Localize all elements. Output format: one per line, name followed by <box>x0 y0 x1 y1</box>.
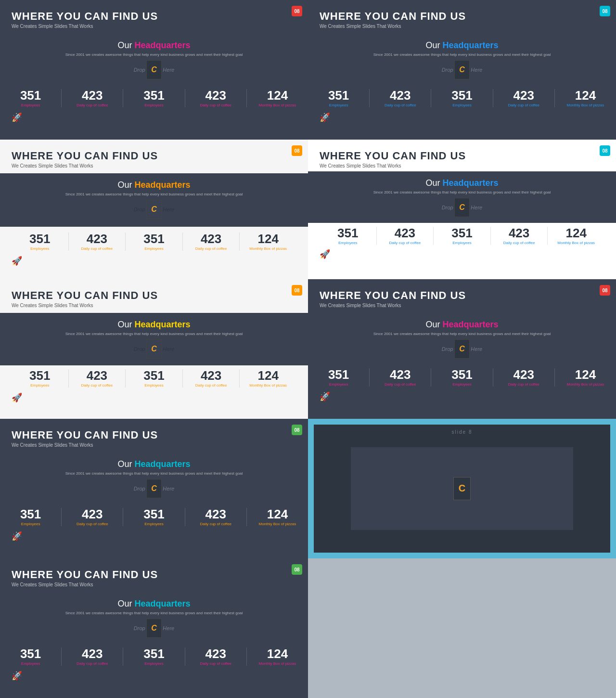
slide-5-subtitle: We Creates Simple Slides That Works <box>12 303 296 308</box>
slide-3-description: Since 2001 we creates awesome things tha… <box>12 192 296 196</box>
slide-6-badge: 08 <box>600 285 610 296</box>
stat-number: 124 <box>548 227 604 239</box>
slide-5-description: Since 2001 we creates awesome things tha… <box>12 332 296 336</box>
slide-7-image-placeholder: C <box>146 479 162 498</box>
stat-number: 351 <box>126 369 182 382</box>
stat-item: 124 Monthly Box of pizzas <box>547 227 604 245</box>
stat-item: 423 Daily cup of coffee <box>493 89 554 107</box>
stat-item: 351 Employees <box>0 508 61 526</box>
stat-label: Daily cup of coffee <box>491 241 548 245</box>
stat-number: 124 <box>555 89 616 102</box>
slide-6-rocket: 🚀 <box>308 388 616 405</box>
preview-container: slide 8 C <box>314 425 610 553</box>
stat-number: 351 <box>0 89 61 102</box>
stat-number: 351 <box>126 233 182 245</box>
stat-item: 423 Daily cup of coffee <box>185 508 246 526</box>
preview-label: slide 8 <box>314 429 610 435</box>
stat-item: 423 Daily cup of coffee <box>68 233 126 251</box>
stat-label: Monthly Box of pizzas <box>247 522 308 526</box>
stat-label: Daily cup of coffee <box>62 661 123 666</box>
stat-item: 423 Daily cup of coffee <box>182 233 240 251</box>
slide-2: WHERE YOU CAN FIND US We Creates Simple … <box>308 0 616 140</box>
stat-label: Employees <box>12 246 68 251</box>
slide-4-stats: 351 Employees 423 Daily cup of coffee 35… <box>308 223 616 247</box>
preview-inner: C <box>351 447 573 530</box>
stat-label: Monthly Box of pizzas <box>247 661 308 666</box>
slide-7-headline-word: Headquarters <box>134 459 190 469</box>
slide-6-subtitle: We Creates Simple Slides That Works <box>320 303 604 308</box>
stat-item: 124 Monthly Box of pizzas <box>239 369 296 388</box>
slide-7-subtitle: We Creates Simple Slides That Works <box>12 442 296 448</box>
slide-4-rocket: 🚀 <box>308 247 616 261</box>
slide-3-badge: 08 <box>292 145 302 156</box>
stat-item: 351 Employees <box>12 369 68 388</box>
stat-item: 423 Daily cup of coffee <box>185 647 246 666</box>
stat-number: 423 <box>185 647 246 660</box>
slide-3-subtitle: We Creates Simple Slides That Works <box>12 163 296 168</box>
slide-7-badge: 08 <box>292 425 302 435</box>
slide-1-headline: Our Headquarters <box>12 40 296 51</box>
stat-label: Employees <box>123 661 184 666</box>
stat-item: 124 Monthly Box of pizzas <box>239 233 296 251</box>
slide-1-description: Since 2001 we creates awesome things tha… <box>12 52 296 57</box>
rocket-icon: 🚀 <box>12 256 22 266</box>
stat-number: 351 <box>0 508 61 520</box>
slide-6: WHERE YOU CAN FIND US We Creates Simple … <box>308 279 616 419</box>
stat-number: 423 <box>62 647 123 660</box>
stat-item: 351 Employees <box>123 647 184 666</box>
slide-5-headline: Our Headquarters <box>12 320 296 330</box>
stat-label: Daily cup of coffee <box>185 661 246 666</box>
slide-9-drop-area: Drop Image Here C <box>12 617 296 639</box>
stat-number: 124 <box>240 233 296 245</box>
slide-2-subtitle: We Creates Simple Slides That Works <box>320 24 604 29</box>
slide-4-title: WHERE YOU CAN FIND US <box>320 150 604 162</box>
slide-2-rocket: 🚀 <box>308 109 616 126</box>
stat-item: 351 Employees <box>123 508 184 526</box>
stat-item: 124 Monthly Box of pizzas <box>246 647 308 666</box>
slide-9-title: WHERE YOU CAN FIND US <box>12 569 296 581</box>
slide-7-stats: 351 Employees 423 Daily cup of coffee 35… <box>0 504 308 528</box>
slide-7: WHERE YOU CAN FIND US We Creates Simple … <box>0 419 308 558</box>
rocket-icon: 🚀 <box>12 531 22 541</box>
slide-5-stats: 351 Employees 423 Daily cup of coffee 35… <box>0 365 308 389</box>
stat-item: 423 Daily cup of coffee <box>369 368 431 387</box>
stat-label: Employees <box>434 241 490 245</box>
stat-label: Daily cup of coffee <box>185 522 246 526</box>
stat-item: 351 Employees <box>431 89 492 107</box>
stat-number: 423 <box>69 369 126 382</box>
slide-7-headline: Our Headquarters <box>12 459 296 469</box>
stat-label: Employees <box>431 103 492 107</box>
stat-item: 423 Daily cup of coffee <box>493 368 554 387</box>
stat-label: Employees <box>126 246 182 251</box>
slide-9-subtitle: We Creates Simple Slides That Works <box>12 582 296 587</box>
stat-number: 124 <box>247 508 308 520</box>
slide-1-image-placeholder: C <box>146 60 162 79</box>
slide-3-image-placeholder: C <box>146 200 162 219</box>
slide-4-headline: Our Headquarters <box>320 178 604 188</box>
stat-number: 124 <box>240 369 296 382</box>
stat-item: 351 Employees <box>431 368 492 387</box>
stat-item: 124 Monthly Box of pizzas <box>246 89 308 107</box>
slide-6-title: WHERE YOU CAN FIND US <box>320 290 604 301</box>
slide-4-subtitle: We Creates Simple Slides That Works <box>320 163 604 168</box>
slide-2-image-placeholder: C <box>454 60 470 79</box>
stat-label: Monthly Box of pizzas <box>555 103 616 107</box>
slide-3-headline: Our Headquarters <box>12 180 296 190</box>
slide-3-headline-word: Headquarters <box>134 180 190 190</box>
stat-label: Daily cup of coffee <box>370 103 431 107</box>
stat-label: Employees <box>431 382 492 387</box>
stat-item: 351 Employees <box>125 369 182 388</box>
stat-label: Monthly Box of pizzas <box>548 241 604 245</box>
stat-label: Monthly Box of pizzas <box>240 246 296 251</box>
stat-number: 423 <box>185 508 246 520</box>
slide-5-headline-word: Headquarters <box>134 320 190 329</box>
stat-item: 351 Employees <box>12 233 68 251</box>
slide-3-drop-area: Drop Image Here C <box>12 198 296 220</box>
stat-label: Employees <box>123 103 184 107</box>
slide-6-description: Since 2001 we creates awesome things tha… <box>320 332 604 336</box>
stat-item: 351 Employees <box>308 89 369 107</box>
stat-item: 351 Employees <box>0 647 61 666</box>
slide-4-description: Since 2001 we creates awesome things tha… <box>320 190 604 194</box>
slide-3: WHERE YOU CAN FIND US We Creates Simple … <box>0 140 308 279</box>
slide-2-badge: 08 <box>600 6 610 16</box>
